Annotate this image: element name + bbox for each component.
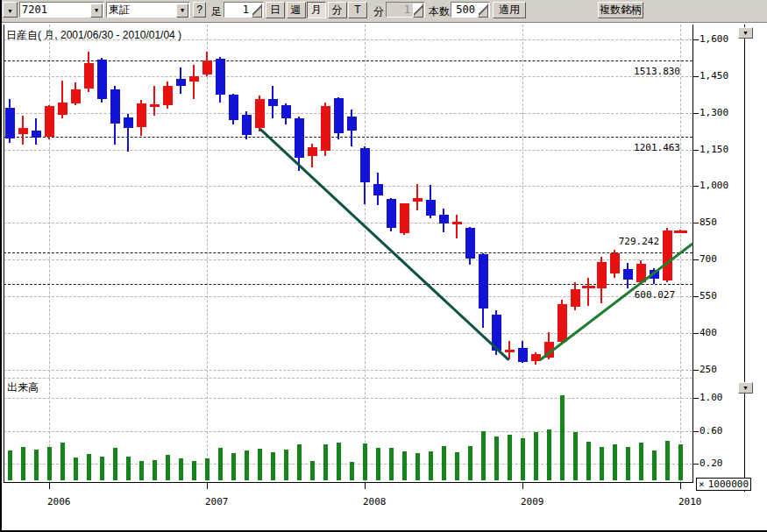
period-button-分[interactable]: 分	[328, 2, 347, 18]
candle-body	[71, 89, 81, 103]
spinner-icon[interactable]	[478, 4, 488, 18]
candle-body	[531, 354, 541, 361]
price-tick-label: 1,300	[700, 107, 728, 118]
axis-panel-right-border	[744, 25, 745, 492]
candle-wick	[587, 278, 589, 306]
candle-body	[387, 199, 396, 228]
spinner-icon	[413, 4, 423, 18]
volume-bar	[560, 395, 565, 480]
candle-body	[58, 103, 67, 116]
toolbar: ▼ ▼ ▼ ? 足 日週月分T 分 本数 適用 複数銘柄	[0, 0, 767, 23]
volume-bar	[87, 454, 91, 480]
volume-bar	[231, 453, 236, 480]
chevron-down-icon: ▼	[95, 7, 98, 14]
volume-bar	[8, 450, 12, 480]
exchange-dropdown-arrow[interactable]: ▼	[176, 4, 188, 18]
candle-body	[18, 128, 28, 134]
exchange-input[interactable]	[107, 3, 175, 17]
price-scale-dropdown-button[interactable]: ▼	[738, 27, 753, 39]
period-button-月[interactable]: 月	[307, 2, 326, 18]
volume-bar	[494, 436, 499, 480]
candle-body	[137, 103, 146, 127]
volume-bar	[21, 447, 25, 480]
symbol-list-dropdown-button[interactable]: ▼	[3, 2, 18, 18]
multiply-icon: ×	[699, 479, 705, 490]
symbol-input[interactable]	[20, 3, 90, 17]
price-tick-label: 1,600	[700, 33, 728, 45]
volume-scale-dropdown-button[interactable]: ▼	[738, 382, 753, 394]
year-tick	[49, 482, 50, 489]
chevron-down-icon: ▼	[742, 30, 749, 36]
price-tick-label: 700	[700, 253, 717, 265]
apply-button[interactable]: 適用	[493, 2, 526, 18]
minutes-spinner	[386, 2, 425, 18]
level-line	[4, 252, 692, 253]
period-button-日[interactable]: 日	[266, 2, 285, 18]
candle-body	[518, 348, 528, 363]
symbol-combobox[interactable]: ▼	[19, 2, 104, 18]
price-tick	[692, 186, 699, 187]
period-button-週[interactable]: 週	[287, 2, 306, 18]
year-tick	[207, 482, 208, 489]
volume-bar	[508, 435, 512, 481]
price-tick-label: 250	[700, 364, 717, 375]
volume-bar	[652, 450, 657, 480]
interval-spinner[interactable]	[224, 2, 264, 18]
symbol-dropdown-arrow[interactable]: ▼	[90, 4, 103, 18]
candle-body	[360, 148, 370, 183]
volume-bar	[626, 447, 630, 480]
year-label: 2009	[521, 496, 544, 507]
candle-body	[505, 350, 515, 352]
volume-bar	[534, 432, 538, 480]
bars-spinner[interactable]	[451, 2, 490, 18]
year-label: 2010	[678, 496, 702, 507]
volume-tick-label: 0.60	[700, 425, 723, 436]
candle-body	[479, 254, 488, 309]
exchange-combobox[interactable]: ▼	[106, 2, 190, 18]
price-tick	[692, 150, 699, 151]
interval-input[interactable]	[224, 3, 251, 17]
candle-body	[295, 118, 304, 158]
v-gridline	[207, 25, 208, 482]
candle-body	[32, 131, 41, 138]
bars-input[interactable]	[451, 3, 477, 17]
volume-bar	[205, 458, 210, 480]
year-label: 2006	[47, 496, 71, 507]
chevron-down-icon: ▼	[742, 385, 749, 391]
volume-bar	[586, 442, 591, 480]
volume-bar	[350, 462, 354, 480]
volume-bar	[166, 455, 170, 480]
volume-bar	[455, 452, 459, 480]
price-tick	[692, 76, 699, 77]
candle-body	[5, 108, 15, 138]
candle-body	[610, 253, 620, 273]
minutes-label: 分	[373, 4, 384, 19]
volume-bar	[521, 438, 525, 480]
h-gridline	[4, 223, 692, 223]
price-pane-left-border	[4, 25, 4, 482]
candle-body	[242, 115, 252, 135]
volume-bar	[179, 458, 183, 480]
candle-body	[45, 106, 54, 137]
candle-body	[150, 104, 160, 107]
help-button[interactable]: ?	[193, 2, 206, 18]
h-gridline	[4, 150, 692, 151]
level-line-label: 600.027	[596, 289, 675, 301]
volume-bar	[47, 447, 52, 480]
volume-bar	[402, 451, 407, 480]
chevron-down-icon: ▼	[7, 8, 13, 14]
volume-bar	[600, 447, 604, 480]
price-pane-right-border	[692, 25, 693, 483]
h-gridline	[4, 333, 692, 334]
volume-bar	[639, 443, 643, 480]
multi-symbol-button[interactable]: 複数銘柄	[598, 2, 643, 18]
volume-multiplier-box: × 1000000	[696, 478, 751, 491]
volume-bar	[139, 461, 144, 481]
candle-body	[663, 231, 672, 280]
candle-body	[597, 262, 607, 288]
period-button-T[interactable]: T	[348, 2, 367, 18]
spinner-icon[interactable]	[252, 4, 262, 18]
volume-bar	[258, 449, 262, 480]
price-tick	[692, 333, 699, 334]
v-gridline	[522, 25, 523, 482]
